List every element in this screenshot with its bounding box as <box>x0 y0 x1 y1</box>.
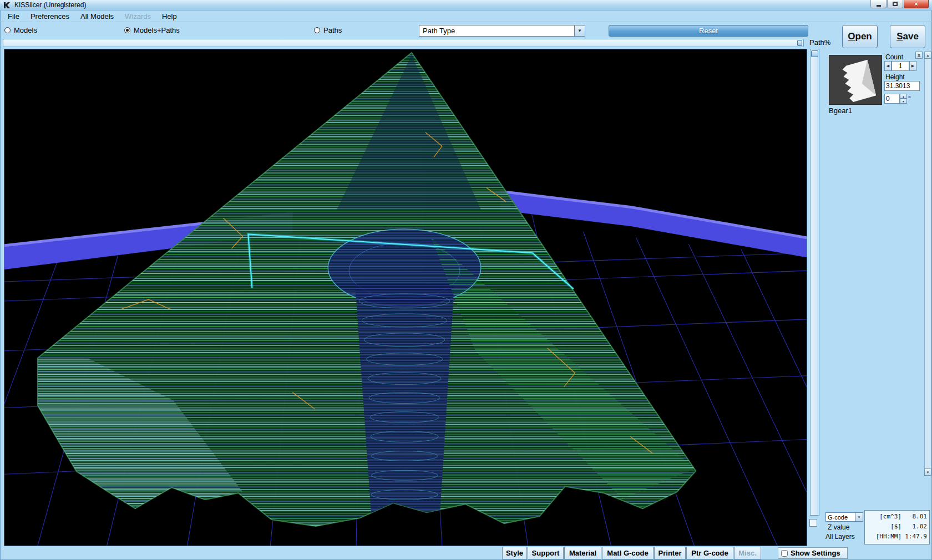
degree-label: ° <box>908 95 911 103</box>
model-list-scrollbar[interactable]: ▲ ▼ <box>924 52 931 476</box>
radio-group-paths: Paths <box>314 26 342 34</box>
tab-style[interactable]: Style <box>502 547 527 559</box>
rotation-spinner: ▲ ▼ ° <box>884 94 911 104</box>
model-close-button[interactable]: X <box>915 52 923 59</box>
model-name-label: Bgear1 <box>829 106 852 115</box>
menu-file[interactable]: File <box>2 11 25 22</box>
open-button[interactable]: Open <box>842 25 878 48</box>
minimize-icon <box>877 5 881 7</box>
stat-time-value: 1:47.9 <box>905 532 927 542</box>
path-percent-slider-thumb[interactable] <box>797 40 802 46</box>
paths-radio[interactable] <box>314 27 320 33</box>
layer-slider-thumb[interactable] <box>811 50 818 57</box>
path-type-value: Path Type <box>419 26 574 36</box>
path-percent-label: Path% <box>809 38 830 47</box>
stat-time: [HH:MM] 1:47.9 <box>867 532 927 542</box>
save-button-rest: ave <box>903 31 918 42</box>
gcode-dropdown-arrow-icon: ▼ <box>855 513 863 521</box>
open-button-rest: pen <box>855 31 872 42</box>
show-settings-label: Show Settings <box>791 549 840 557</box>
count-decrement-icon[interactable]: ◀ <box>884 61 892 71</box>
close-button[interactable]: × <box>904 0 929 8</box>
height-label: Height <box>885 73 905 81</box>
stat-volume: [cm^3] 8.01 <box>867 512 927 522</box>
model-panel: Bgear1 Count ◀ ▶ Height ▲ ▼ ° X ▲ ▼ G-co… <box>823 49 932 546</box>
tab-ptr-gcode[interactable]: Ptr G-code <box>686 547 733 559</box>
tab-material[interactable]: Material <box>564 547 601 559</box>
height-input[interactable] <box>884 81 920 91</box>
save-button-accel: S <box>896 31 903 42</box>
open-button-accel: O <box>848 31 855 42</box>
stat-cost: [$] 1.02 <box>867 522 927 532</box>
z-slider-box[interactable] <box>809 519 817 527</box>
gcode-dropdown[interactable]: G-code ▼ <box>825 512 863 522</box>
z-value-label: Z value <box>828 523 849 531</box>
show-settings-toggle: Show Settings <box>778 547 848 559</box>
titlebar[interactable]: KISSlicer (Unregistered) × <box>0 0 932 11</box>
count-increment-icon[interactable]: ▶ <box>909 61 916 71</box>
stat-time-label: [HH:MM] <box>876 532 901 542</box>
gear-thumbnail-icon <box>829 55 882 104</box>
scroll-up-icon[interactable]: ▲ <box>924 52 931 59</box>
menu-preferences[interactable]: Preferences <box>25 11 75 22</box>
print-stats: [cm^3] 8.01 [$] 1.02 [HH:MM] 1:47.9 <box>864 510 930 544</box>
models-radio-label: Models <box>14 26 37 34</box>
minimize-button[interactable] <box>870 0 887 8</box>
models-paths-radio[interactable] <box>124 27 130 33</box>
gcode-dropdown-value: G-code <box>826 513 855 521</box>
paths-radio-label: Paths <box>323 26 342 34</box>
window-title: KISSlicer (Unregistered) <box>14 1 86 9</box>
models-radio[interactable] <box>4 27 11 33</box>
count-label: Count <box>885 53 903 61</box>
tab-misc: Misc. <box>734 547 761 559</box>
stat-volume-label: [cm^3] <box>879 512 901 522</box>
maximize-button[interactable] <box>887 0 903 8</box>
maximize-icon <box>893 2 898 6</box>
count-spinner: ◀ ▶ <box>884 61 916 71</box>
path-percent-slider[interactable] <box>3 39 804 47</box>
menubar: File Preferences All Models Wizards Help <box>0 11 932 22</box>
stat-cost-label: [$] <box>890 522 901 532</box>
menu-help[interactable]: Help <box>156 11 183 22</box>
reset-button[interactable]: Reset <box>609 25 808 37</box>
viewport-3d[interactable] <box>4 49 807 546</box>
path-type-dropdown-arrow-icon: ▼ <box>574 26 585 36</box>
stat-volume-value: 8.01 <box>905 512 927 522</box>
layer-slider[interactable] <box>810 49 819 516</box>
tab-printer[interactable]: Printer <box>654 547 686 559</box>
radio-group-models: Models <box>4 26 37 34</box>
scroll-down-icon[interactable]: ▼ <box>924 469 931 476</box>
close-icon: × <box>914 1 918 7</box>
save-button[interactable]: Save <box>890 25 925 48</box>
menu-wizards: Wizards <box>119 11 156 22</box>
sliced-model-render <box>4 49 807 546</box>
toolbar: Models Models+Paths Paths Path Type ▼ Re… <box>0 23 932 38</box>
rotation-down-icon[interactable]: ▼ <box>900 99 907 104</box>
app-icon <box>3 2 12 9</box>
menu-all-models[interactable]: All Models <box>75 11 119 22</box>
tab-support[interactable]: Support <box>528 547 564 559</box>
stat-cost-value: 1.02 <box>905 522 927 532</box>
tab-matl-gcode[interactable]: Matl G-code <box>602 547 654 559</box>
count-input[interactable] <box>892 61 909 71</box>
models-paths-radio-label: Models+Paths <box>134 26 180 34</box>
all-layers-label: All Layers <box>825 533 855 541</box>
window-controls: × <box>870 0 929 8</box>
path-type-dropdown[interactable]: Path Type ▼ <box>419 25 585 37</box>
radio-group-models-paths: Models+Paths <box>124 26 180 34</box>
rotation-up-icon[interactable]: ▲ <box>900 94 907 99</box>
model-thumbnail[interactable] <box>829 55 882 105</box>
rotation-input[interactable] <box>884 94 900 104</box>
show-settings-checkbox[interactable] <box>781 550 788 557</box>
